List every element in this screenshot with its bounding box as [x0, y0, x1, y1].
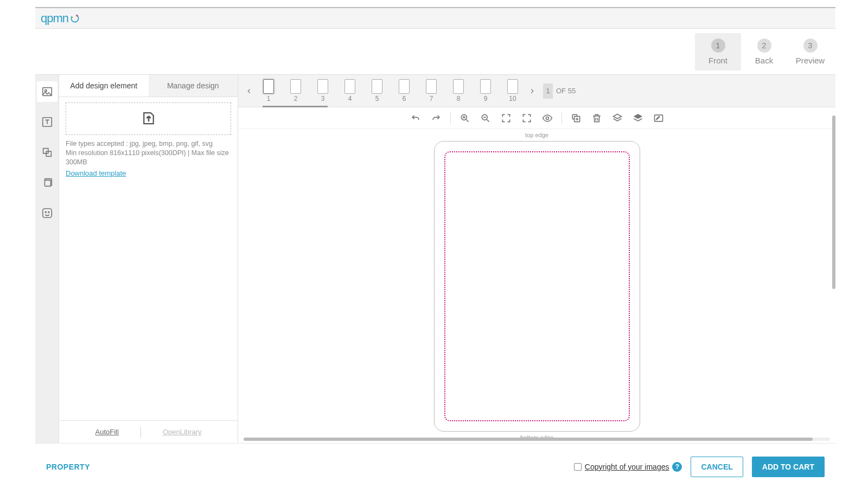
thumb-page-icon	[399, 79, 410, 94]
svg-rect-8	[44, 180, 50, 186]
page-thumbnail-bar: 12345678910 1 OF 55	[238, 75, 835, 107]
thumb-number: 4	[348, 95, 352, 102]
card-artboard[interactable]	[434, 141, 640, 432]
svg-point-14	[546, 117, 548, 119]
thumb-page-icon	[426, 79, 437, 94]
svg-point-2	[72, 17, 73, 18]
emoji-tool-icon[interactable]	[37, 203, 58, 223]
thumb-number: 3	[321, 95, 325, 102]
svg-point-1	[76, 15, 78, 16]
copyright-checkbox[interactable]	[574, 463, 582, 471]
separator	[450, 112, 451, 124]
page-counter: 1 OF 55	[543, 84, 576, 99]
step-label: Preview	[787, 56, 833, 65]
thumb-number: 7	[430, 95, 433, 102]
layers-tool-icon[interactable]	[37, 172, 58, 193]
redo-icon[interactable]	[430, 112, 443, 125]
svg-rect-7	[46, 151, 51, 156]
openlibrary-link[interactable]: OpenLibrary	[163, 428, 202, 436]
tool-rail	[35, 75, 59, 443]
thumb-page-icon	[372, 79, 382, 94]
layer-back-icon[interactable]	[611, 112, 624, 125]
tab-manage-design[interactable]: Manage design	[149, 75, 238, 97]
thumb-scroll-indicator[interactable]	[263, 106, 328, 107]
thumb-next-icon[interactable]	[526, 85, 539, 98]
thumb-page-icon	[480, 79, 491, 94]
edge-label-top: top edge	[525, 132, 548, 138]
step-preview[interactable]: 3 Preview	[787, 33, 833, 70]
step-number: 2	[757, 38, 771, 53]
thumb-number: 2	[294, 95, 298, 102]
step-number: 1	[711, 38, 725, 53]
tab-add-element[interactable]: Add design element	[59, 75, 149, 97]
divider	[141, 427, 141, 437]
page-vscrollbar[interactable]	[832, 115, 835, 289]
page-thumb[interactable]: 6	[399, 79, 410, 102]
app-header: qpmn	[35, 7, 835, 29]
design-panel: Add design element Manage design File ty…	[59, 75, 238, 443]
design-canvas[interactable]: top edge bottom edge left edge right edg…	[238, 129, 835, 443]
fit-screen-icon[interactable]	[500, 112, 513, 125]
canvas-toolbar	[238, 107, 835, 129]
add-to-cart-button[interactable]: ADD TO CART	[752, 457, 825, 477]
brand-logo[interactable]: qpmn	[41, 11, 80, 25]
page-thumb[interactable]: 4	[344, 79, 355, 102]
canvas-hscrollbar[interactable]	[244, 438, 830, 442]
footer-bar: PROPERTY Copyright of your images ? CANC…	[35, 453, 835, 481]
page-thumb[interactable]: 1	[263, 79, 274, 102]
thumb-number: 8	[457, 95, 461, 102]
page-thumb[interactable]: 2	[290, 79, 301, 102]
step-front[interactable]: 1 Front	[695, 33, 741, 70]
page-thumb[interactable]: 8	[453, 79, 464, 102]
autofill-link[interactable]: AutoFill	[95, 428, 119, 436]
page-thumb[interactable]: 9	[480, 79, 491, 102]
step-back[interactable]: 2 Back	[741, 33, 787, 70]
copyright-link[interactable]: Copyright of your images	[585, 463, 669, 471]
thumb-page-icon	[263, 79, 274, 94]
layer-front-icon[interactable]	[631, 112, 644, 125]
fullscreen-icon[interactable]	[520, 112, 533, 125]
delete-icon[interactable]	[590, 112, 603, 125]
thumb-prev-icon[interactable]	[242, 85, 256, 98]
preview-icon[interactable]	[541, 112, 554, 125]
step-bar: 1 Front 2 Back 3 Preview	[35, 29, 835, 75]
image-tool-icon[interactable]	[37, 81, 58, 102]
page-thumb[interactable]: 3	[317, 79, 328, 102]
svg-point-10	[45, 211, 46, 213]
svg-point-11	[48, 211, 49, 213]
help-icon[interactable]: ?	[672, 462, 682, 472]
page-thumb[interactable]: 7	[426, 79, 437, 102]
download-template-link[interactable]: Download template	[66, 169, 126, 177]
page-total: OF 55	[556, 87, 576, 95]
thumb-page-icon	[317, 79, 328, 94]
property-tab[interactable]: PROPERTY	[46, 463, 90, 471]
edit-icon[interactable]	[652, 112, 665, 125]
shape-tool-icon[interactable]	[37, 142, 58, 163]
thumb-page-icon	[507, 79, 518, 94]
separator	[561, 112, 562, 124]
upload-dropzone[interactable]	[66, 102, 231, 135]
thumb-number: 5	[375, 95, 379, 102]
upload-icon	[141, 110, 157, 128]
cancel-button[interactable]: CANCEL	[691, 457, 743, 477]
thumb-page-icon	[290, 79, 301, 94]
page-thumb[interactable]: 5	[372, 79, 382, 102]
current-page[interactable]: 1	[543, 84, 553, 99]
page-thumb[interactable]: 10	[507, 79, 518, 102]
logo-text: qpmn	[41, 11, 68, 25]
thumb-number: 9	[484, 95, 488, 102]
upload-help: File types accepted : jpg, jpeg, bmp, pn…	[66, 139, 231, 167]
thumb-number: 10	[509, 95, 516, 102]
zoom-out-icon[interactable]	[479, 112, 492, 125]
svg-rect-9	[42, 209, 52, 218]
thumb-number: 6	[403, 95, 406, 102]
zoom-in-icon[interactable]	[458, 112, 471, 125]
svg-rect-6	[43, 149, 48, 153]
duplicate-icon[interactable]	[570, 112, 583, 125]
undo-icon[interactable]	[409, 112, 422, 125]
safe-zone-guide	[444, 151, 630, 421]
text-tool-icon[interactable]	[37, 112, 58, 132]
step-number: 3	[803, 38, 818, 53]
logo-swirl-icon	[69, 13, 80, 24]
svg-point-4	[44, 89, 47, 92]
